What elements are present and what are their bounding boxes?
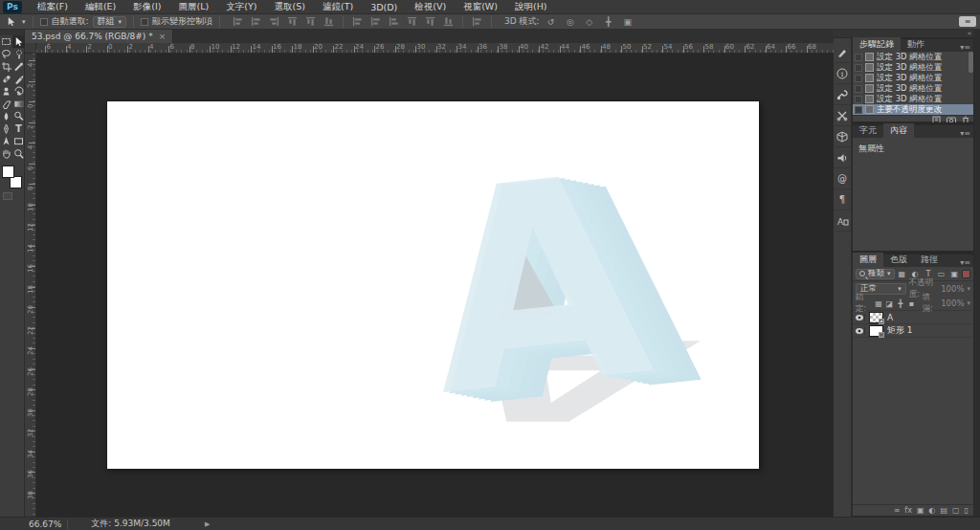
distribute-vertical-centers-icon[interactable] (368, 16, 383, 28)
ruler-origin-corner[interactable] (25, 43, 36, 54)
panel-menu-icon[interactable]: ▾≡ (957, 258, 973, 267)
history-state-row[interactable]: 設定 3D 網格位置 (853, 73, 973, 83)
foreground-color-swatch[interactable] (2, 166, 14, 178)
fill-value[interactable]: 100% (941, 298, 964, 308)
layer-thumbnail[interactable]: ◆ (869, 312, 883, 323)
align-top-edges-icon[interactable] (285, 16, 300, 28)
menu-select[interactable]: 選取(S) (266, 0, 312, 14)
3d-roll-icon[interactable]: ◎ (563, 16, 578, 28)
tool-lasso[interactable] (0, 48, 12, 60)
history-source-checkbox[interactable] (855, 85, 862, 93)
auto-select-checkbox[interactable] (40, 18, 48, 26)
filter-smart-objects-icon[interactable]: ▣ (948, 269, 960, 279)
tool-move[interactable] (12, 35, 25, 48)
auto-align-layers-icon[interactable] (470, 16, 484, 28)
move-tool-preset-icon[interactable] (4, 16, 18, 28)
character-styles-panel-icon[interactable]: A (835, 210, 851, 232)
menu-filter[interactable]: 濾鏡(T) (315, 0, 361, 14)
menu-file[interactable]: 檔案(F) (30, 0, 76, 14)
tool-presets-panel-icon[interactable] (835, 84, 851, 105)
tool-rectangular-marquee[interactable] (0, 35, 12, 48)
lock-position-icon[interactable]: ╋ (897, 299, 904, 308)
history-state-row[interactable]: 設定 3D 網格位置 (853, 52, 973, 62)
tool-blur[interactable] (0, 110, 12, 122)
align-right-edges-icon[interactable] (267, 16, 281, 28)
layer-thumbnail[interactable]: ▢ (869, 325, 883, 337)
tab-layers[interactable]: 圖層 (853, 253, 883, 267)
filter-pixel-layers-icon[interactable]: ▦ (897, 269, 908, 279)
tab-properties[interactable]: 內容 (883, 123, 914, 138)
distribute-right-edges-icon[interactable] (441, 16, 456, 28)
menu-edit[interactable]: 編輯(E) (78, 0, 123, 14)
tab-paths[interactable]: 路徑 (914, 253, 945, 267)
3d-panel-icon[interactable] (835, 126, 851, 147)
3d-drag-icon[interactable]: ◇ (582, 16, 597, 28)
layer-visibility-icon[interactable] (855, 327, 865, 335)
lock-transparency-icon[interactable]: ▦ (875, 299, 882, 308)
history-state-row[interactable]: 設定 3D 網格位置 (853, 83, 973, 94)
history-source-checkbox[interactable] (855, 96, 862, 103)
tab-history[interactable]: 步驟記錄 (853, 37, 901, 52)
link-layers-icon[interactable]: ∞ (894, 506, 901, 515)
paragraph-panel-icon[interactable]: ¶ (835, 189, 851, 210)
history-source-checkbox[interactable] (855, 64, 862, 72)
tool-history-brush[interactable] (12, 85, 25, 98)
tool-preset-arrow-icon[interactable]: ▾ (22, 18, 26, 26)
align-bottom-edges-icon[interactable] (322, 16, 336, 28)
3d-slide-icon[interactable]: ╋ (601, 16, 616, 28)
tool-type[interactable]: T (12, 122, 25, 135)
close-icon[interactable]: × (159, 32, 167, 41)
document-tab[interactable]: 53.psd @ 66.7% (RGB/8#) * × (25, 30, 173, 43)
history-state-row-selected[interactable]: 主要不透明度更改 (853, 104, 973, 115)
tab-actions[interactable]: 動作 (901, 37, 931, 52)
tool-quick-selection[interactable] (12, 48, 25, 60)
tool-clone-stamp[interactable] (0, 85, 12, 98)
clone-source-panel-icon[interactable] (835, 105, 851, 126)
lock-all-icon[interactable]: ▪ (907, 299, 915, 308)
tool-zoom[interactable] (12, 147, 25, 160)
tool-crop[interactable] (0, 60, 12, 73)
panel-menu-icon[interactable]: ▾≡ (957, 129, 973, 138)
tab-channels[interactable]: 色版 (883, 253, 914, 267)
menu-3d[interactable]: 3D(D) (363, 1, 405, 13)
history-state-row[interactable]: 設定 3D 網格位置 (853, 62, 973, 73)
swirl-panel-icon[interactable]: @ (835, 168, 851, 189)
horizontal-ruler[interactable]: 6420246810121416182022242628303234363840… (36, 43, 834, 54)
distribute-bottom-edges-icon[interactable] (387, 16, 401, 28)
tool-gradient[interactable] (12, 98, 25, 110)
tool-dodge[interactable] (12, 110, 25, 122)
3d-scale-icon[interactable]: ▣ (620, 16, 635, 28)
work-area[interactable]: A (36, 54, 834, 517)
workspace-menu-icon[interactable]: ≡ (959, 16, 976, 27)
vertical-ruler[interactable]: 4202468101214161820222426283032343638 (25, 54, 36, 517)
tool-eyedropper[interactable] (12, 60, 25, 73)
new-layer-icon[interactable]: ▢ (952, 506, 960, 515)
zoom-level-field[interactable]: 66.67% (0, 519, 68, 529)
align-vertical-centers-icon[interactable] (303, 16, 318, 28)
history-source-checkbox[interactable] (855, 54, 862, 61)
lock-pixels-icon[interactable]: ◪ (885, 299, 893, 308)
menu-layer[interactable]: 圖層(L) (171, 0, 217, 14)
menu-type[interactable]: 文字(Y) (218, 0, 264, 14)
notes-panel-icon[interactable] (835, 147, 851, 168)
delete-layer-icon[interactable]: ▯ (965, 506, 969, 515)
tool-hand[interactable] (0, 147, 12, 160)
add-layer-mask-icon[interactable]: ▣ (917, 506, 924, 515)
status-options-arrow-icon[interactable]: ▶ (205, 520, 210, 528)
menu-window[interactable]: 視窗(W) (456, 0, 505, 14)
tool-rectangle-shape[interactable] (12, 135, 25, 147)
menu-image[interactable]: 影像(I) (125, 0, 168, 14)
distribute-horizontal-centers-icon[interactable] (423, 16, 437, 28)
distribute-top-edges-icon[interactable] (350, 16, 365, 28)
history-state-row[interactable]: 設定 3D 網格位置 (853, 94, 973, 104)
info-panel-icon[interactable]: i (835, 63, 851, 84)
align-left-edges-icon[interactable] (231, 16, 245, 28)
show-transform-checkbox[interactable] (141, 18, 148, 26)
document-canvas[interactable]: A (107, 101, 759, 469)
tool-path-selection[interactable] (0, 135, 12, 147)
layer-effects-icon[interactable]: fx (904, 506, 912, 515)
layer-filter-toggle[interactable] (962, 270, 970, 278)
opacity-value[interactable]: 100% (941, 284, 964, 294)
align-horizontal-centers-icon[interactable] (249, 16, 263, 28)
history-scrollbar[interactable] (969, 52, 973, 73)
